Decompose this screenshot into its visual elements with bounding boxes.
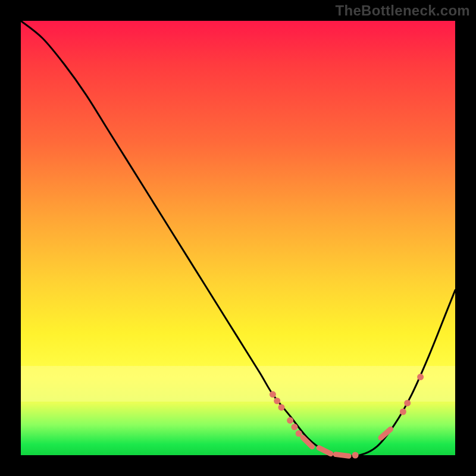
watermark-text: TheBottleneck.com <box>336 2 470 19</box>
plot-area <box>21 21 455 455</box>
bead-dash <box>381 429 391 437</box>
bead-dot <box>352 452 359 459</box>
bead-dot <box>400 409 406 415</box>
bead-dot <box>278 404 285 411</box>
bead-dot <box>287 417 293 424</box>
bead-dash <box>319 448 331 454</box>
bottleneck-curve <box>21 21 455 456</box>
bead-dash <box>303 437 312 447</box>
bead-dot <box>291 424 298 430</box>
bead-dot <box>274 397 280 404</box>
bead-dot <box>270 391 276 397</box>
bead-dot <box>417 374 424 380</box>
bottleneck-curve-svg <box>21 21 455 455</box>
chart-frame: TheBottleneck.com <box>0 0 476 476</box>
bead-dash <box>336 455 349 456</box>
bead-dot <box>404 400 411 406</box>
